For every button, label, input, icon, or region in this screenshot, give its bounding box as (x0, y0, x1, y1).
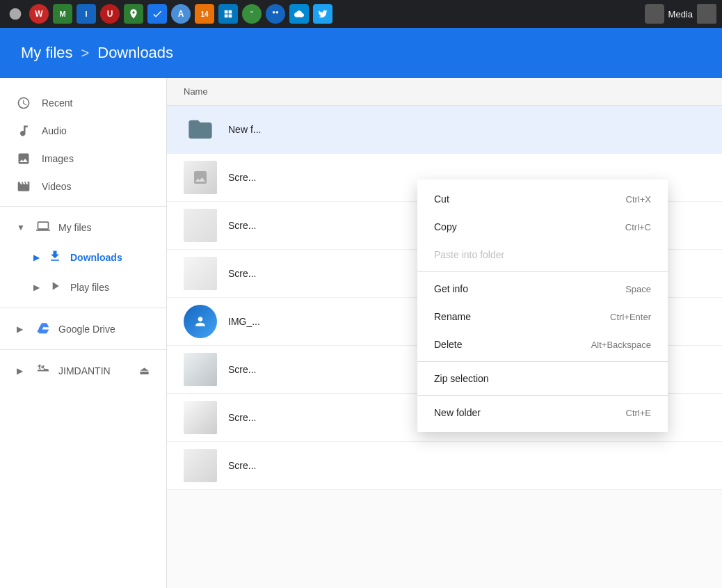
google-drive-icon (36, 321, 50, 337)
play-icon (48, 279, 62, 295)
app-icon-4[interactable]: U (100, 4, 120, 24)
breadcrumb-current: Downloads (97, 44, 173, 62)
computer-icon (36, 219, 50, 235)
screenshot-thumb-4 (184, 257, 217, 290)
app-icon-2[interactable]: M (53, 4, 72, 24)
media-icon (645, 4, 664, 24)
screenshot-thumb-6 (184, 353, 217, 386)
svg-rect-0 (225, 10, 228, 14)
svg-rect-3 (229, 15, 232, 18)
app-icon-11[interactable] (266, 4, 285, 24)
breadcrumb: My files > Downloads (21, 44, 173, 62)
context-menu-copy[interactable]: Copy Ctrl+C (417, 213, 668, 241)
copy-shortcut: Ctrl+C (625, 222, 651, 232)
sidebar-play-files-label: Play files (70, 282, 109, 293)
context-menu: Cut Ctrl+X Copy Ctrl+C Paste into folder… (417, 180, 668, 432)
context-menu-zip[interactable]: Zip selection (417, 365, 668, 392)
app-icon-10[interactable]: " (242, 4, 262, 24)
screenshot-thumb-3 (184, 209, 217, 242)
context-menu-rename[interactable]: Rename Ctrl+Enter (417, 303, 668, 331)
file-item-1[interactable]: New f... (167, 106, 722, 154)
new-folder-label: New folder (434, 407, 481, 418)
delete-label: Delete (434, 339, 462, 350)
app-icon-6[interactable] (147, 4, 167, 24)
file-name-3: Scre... (228, 220, 256, 231)
screenshot-thumb-7 (184, 401, 217, 434)
sidebar-item-recent[interactable]: Recent (0, 89, 166, 117)
sidebar-jimdantin-label: JIMDANTIN (58, 365, 111, 376)
sidebar-item-images[interactable]: Images (0, 145, 166, 173)
app-icon-1[interactable]: W (29, 4, 49, 24)
sidebar-audio-label: Audio (42, 125, 67, 136)
sidebar-item-videos[interactable]: Videos (0, 173, 166, 200)
rename-label: Rename (434, 311, 471, 322)
image-icon (17, 152, 31, 166)
usb-icon (36, 363, 50, 379)
expand-right-icon: ▶ (33, 253, 40, 262)
sidebar-divider-3 (0, 349, 166, 350)
app-icon-9[interactable] (218, 4, 238, 24)
context-menu-divider-3 (417, 395, 668, 396)
sidebar-jimdantin[interactable]: ▶ JIMDANTIN ⏏ (0, 356, 166, 386)
svg-rect-2 (225, 15, 228, 18)
column-name: Name (184, 86, 208, 97)
header-bar: My files > Downloads (0, 28, 722, 78)
get-info-label: Get info (434, 283, 468, 294)
file-name-5: IMG_... (228, 316, 260, 327)
app-icon-8[interactable]: 14 (195, 4, 214, 24)
file-name-8: Scre... (228, 460, 256, 471)
cut-label: Cut (434, 193, 449, 205)
cut-shortcut: Ctrl+X (626, 194, 651, 205)
copy-label: Copy (434, 221, 457, 232)
drive-expand-icon: ▶ (17, 324, 28, 334)
play-expand-icon: ▶ (33, 283, 40, 292)
sidebar-videos-label: Videos (42, 181, 72, 192)
expand-down-icon: ▼ (17, 223, 28, 232)
context-menu-divider-1 (417, 271, 668, 272)
download-icon (48, 249, 62, 265)
file-name-4: Scre... (228, 268, 256, 279)
sidebar-images-label: Images (42, 153, 74, 164)
audio-icon (17, 124, 31, 138)
context-menu-new-folder[interactable]: New folder Ctrl+E (417, 399, 668, 427)
app-icon-5[interactable] (124, 4, 143, 24)
sidebar: Recent Audio Images Videos ▼ (0, 78, 167, 588)
img-thumb-5 (184, 305, 217, 338)
context-menu-delete[interactable]: Delete Alt+Backspace (417, 331, 668, 358)
app-icon-12[interactable] (289, 4, 309, 24)
sidebar-downloads[interactable]: ▶ Downloads (0, 242, 166, 272)
sidebar-item-audio[interactable]: Audio (0, 117, 166, 145)
context-menu-cut[interactable]: Cut Ctrl+X (417, 185, 668, 213)
file-list-header: Name (167, 78, 722, 106)
file-name-6: Scre... (228, 364, 256, 375)
context-menu-get-info[interactable]: Get info Space (417, 275, 668, 303)
screenshot-thumb-2 (184, 161, 217, 194)
new-folder-shortcut: Ctrl+E (626, 408, 651, 418)
delete-shortcut: Alt+Backspace (591, 340, 651, 350)
media-label: Media (645, 4, 693, 24)
sidebar-google-drive[interactable]: ▶ Google Drive (0, 314, 166, 344)
app-icon-7[interactable]: A (171, 4, 191, 24)
sidebar-drive-label: Google Drive (58, 324, 115, 335)
breadcrumb-root[interactable]: My files (21, 44, 73, 62)
app-icon-13[interactable] (313, 4, 332, 24)
sidebar-recent-label: Recent (42, 97, 72, 109)
taskbar: W M I U A 14 " Media (0, 0, 722, 28)
file-item-8[interactable]: Scre... (167, 442, 722, 490)
context-menu-divider-2 (417, 361, 668, 362)
file-name-7: Scre... (228, 412, 256, 423)
eject-button[interactable]: ⏏ (139, 364, 150, 377)
sidebar-my-files-header[interactable]: ▼ My files (0, 212, 166, 242)
svg-rect-1 (229, 10, 232, 14)
file-name-2: Scre... (228, 172, 256, 183)
paste-label: Paste into folder (434, 249, 504, 260)
file-name-1: New f... (228, 124, 261, 135)
sidebar-divider-2 (0, 308, 166, 308)
sidebar-play-files[interactable]: ▶ Play files (0, 272, 166, 302)
video-icon (17, 180, 31, 193)
app-icon-last[interactable] (697, 4, 716, 24)
system-icon[interactable] (6, 4, 25, 24)
breadcrumb-separator: > (81, 45, 90, 61)
app-icon-3[interactable]: I (77, 4, 96, 24)
rename-shortcut: Ctrl+Enter (610, 312, 651, 322)
